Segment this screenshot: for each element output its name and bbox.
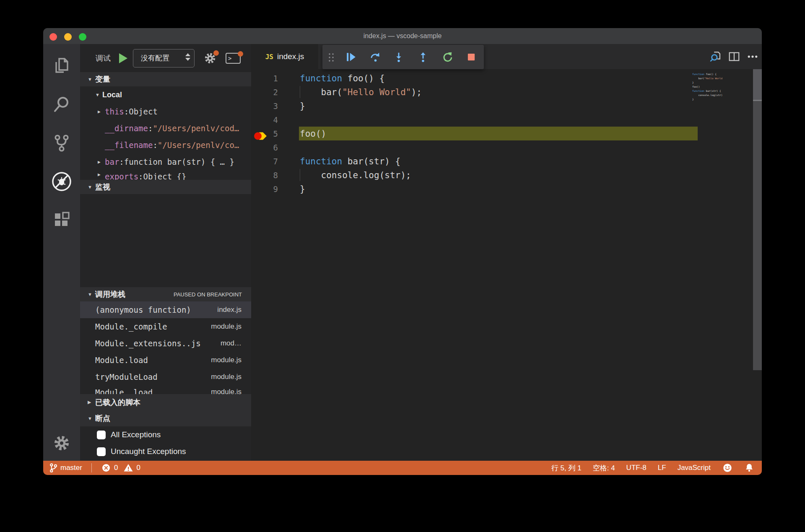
code-line[interactable]: 3} xyxy=(251,99,762,113)
minimap-line: console.log(str); xyxy=(692,93,722,97)
feedback-smiley-icon[interactable] xyxy=(722,462,733,473)
line-number[interactable]: 5 xyxy=(251,129,281,138)
minimap-line: foo() xyxy=(692,85,722,89)
open-changes-icon[interactable] xyxy=(706,47,725,66)
traffic-lights xyxy=(49,33,86,41)
minimize-window-button[interactable] xyxy=(64,33,72,41)
line-number[interactable]: 7 xyxy=(251,157,281,166)
callstack-frame[interactable]: Module._compilemodule.js xyxy=(80,318,251,335)
code-line[interactable]: 6 xyxy=(251,140,762,154)
callstack-frame[interactable]: tryModuleLoadmodule.js xyxy=(80,369,251,385)
encoding-indicator[interactable]: UTF-8 xyxy=(626,464,647,472)
exception-row[interactable]: All Exceptions xyxy=(80,426,251,443)
more-actions-icon[interactable] xyxy=(743,47,762,66)
code-token: "Hello World" xyxy=(342,87,411,97)
watch-empty-body xyxy=(80,194,251,287)
line-number[interactable]: 8 xyxy=(251,171,281,180)
chevron-expanded-icon: ▼ xyxy=(88,184,93,189)
scope-row-local[interactable]: ▼ Local xyxy=(80,86,251,103)
debug-console-icon[interactable]: > xyxy=(226,53,241,64)
configure-gear-icon[interactable] xyxy=(204,52,216,65)
start-debug-button[interactable] xyxy=(119,53,127,63)
debug-config-dropdown[interactable]: 没有配置 xyxy=(133,49,195,67)
extensions-icon[interactable] xyxy=(51,209,73,231)
editor-scrollbar[interactable] xyxy=(753,69,762,370)
problems-indicator[interactable]: 0 0 xyxy=(101,463,140,473)
code-token: ); xyxy=(411,87,422,97)
callstack-frame[interactable]: (anonymous function)index.js xyxy=(80,301,251,318)
eol-indicator[interactable]: LF xyxy=(658,464,666,472)
variable-row[interactable]: ▶bar: function bar(str) { … } xyxy=(80,153,251,170)
titlebar: index.js — vscode-sample xyxy=(43,28,762,44)
indentation-indicator[interactable]: 空格: 4 xyxy=(593,463,615,473)
exception-row[interactable]: Uncaught Exceptions xyxy=(80,443,251,460)
step-out-button[interactable] xyxy=(418,52,428,62)
callstack-frame[interactable]: Module.loadmodule.js xyxy=(80,352,251,369)
step-into-button[interactable] xyxy=(393,52,404,62)
loaded-scripts-title: 已载入的脚本 xyxy=(95,397,140,407)
close-window-button[interactable] xyxy=(49,33,57,41)
variable-row[interactable]: __filename: "/Users/penlv/co… xyxy=(80,137,251,153)
maximize-window-button[interactable] xyxy=(79,33,86,41)
continue-button[interactable] xyxy=(345,52,356,62)
code-line[interactable]: 8 console.log(str); xyxy=(251,168,762,182)
frame-file: module.js xyxy=(211,322,242,331)
chevron-collapsed-icon: ▶ xyxy=(98,172,105,177)
split-editor-icon[interactable] xyxy=(725,47,743,66)
line-number[interactable]: 6 xyxy=(251,143,281,152)
line-number[interactable]: 3 xyxy=(251,101,281,111)
variables-section-header[interactable]: ▼ 变量 xyxy=(80,72,251,86)
settings-gear-icon[interactable] xyxy=(51,432,73,454)
code-line[interactable]: 7function bar(str) { xyxy=(251,154,762,168)
line-number[interactable]: 2 xyxy=(251,88,281,97)
cursor-position-indicator[interactable]: 行 5, 列 1 xyxy=(551,463,582,473)
callstack-section-header[interactable]: ▼ 调用堆栈 PAUSED ON BREAKPOINT xyxy=(80,287,251,301)
exception-checkbox[interactable] xyxy=(97,447,106,456)
code-line[interactable]: 9} xyxy=(251,182,762,196)
language-mode-indicator[interactable]: JavaScript xyxy=(678,464,711,472)
variable-row[interactable]: ▶exports: Object {} xyxy=(80,170,251,180)
git-branch-indicator[interactable]: master xyxy=(49,463,82,473)
frame-function: Module._compile xyxy=(95,322,167,331)
callstack-frame[interactable]: Module._extensions..jsmod… xyxy=(80,335,251,352)
console-notification-dot xyxy=(238,51,243,57)
code-line[interactable]: 1function foo() { xyxy=(251,71,762,85)
breakpoint-current-icon[interactable] xyxy=(254,131,268,141)
tab-index-js[interactable]: JS index.js xyxy=(251,44,318,69)
line-number[interactable]: 4 xyxy=(251,115,281,125)
frame-file: module.js xyxy=(211,356,242,364)
code-editor[interactable]: 1function foo() {2 bar("Hello World");3}… xyxy=(251,69,762,196)
loaded-scripts-section-header[interactable]: ▶ 已载入的脚本 xyxy=(80,394,251,410)
code-line[interactable]: 5foo() xyxy=(251,127,762,140)
minimap-token: foo() xyxy=(692,85,700,88)
stop-button[interactable] xyxy=(466,52,477,62)
search-icon[interactable] xyxy=(51,93,73,115)
gear-notification-dot xyxy=(213,50,219,56)
code-line[interactable]: 4 xyxy=(251,113,762,127)
exception-checkbox[interactable] xyxy=(97,431,106,439)
debug-icon[interactable] xyxy=(51,171,73,192)
code-line[interactable]: 2 bar("Hello World"); xyxy=(251,85,762,99)
code-token: function xyxy=(300,156,342,166)
code-text: } xyxy=(281,184,305,194)
watch-section-header[interactable]: ▼ 监视 xyxy=(80,180,251,194)
scrollbar-thumb[interactable] xyxy=(753,69,762,100)
minimap[interactable]: function foo() { bar("Hello World");}foo… xyxy=(692,72,722,101)
line-number[interactable]: 9 xyxy=(251,184,281,194)
toolbar-drag-handle[interactable] xyxy=(328,52,336,63)
line-number[interactable]: 1 xyxy=(251,74,281,83)
callstack-frame[interactable]: Module._loadmodule.js xyxy=(80,385,251,394)
breakpoints-section-header[interactable]: ▼ 断点 xyxy=(80,410,251,426)
code-text: console.log(str); xyxy=(281,170,411,180)
paused-on-breakpoint-badge: PAUSED ON BREAKPOINT xyxy=(174,291,242,298)
restart-button[interactable] xyxy=(442,52,453,62)
explorer-icon[interactable] xyxy=(51,55,73,77)
variable-row[interactable]: ▶this: Object xyxy=(80,103,251,120)
chevron-collapsed-icon: ▶ xyxy=(98,159,105,165)
notifications-bell-icon[interactable] xyxy=(744,463,754,473)
variable-row[interactable]: __dirname: "/Users/penlv/cod… xyxy=(80,120,251,137)
variable-name: bar xyxy=(105,157,119,166)
source-control-icon[interactable] xyxy=(51,132,73,154)
step-over-button[interactable] xyxy=(370,52,381,62)
frame-file: mod… xyxy=(221,339,242,348)
